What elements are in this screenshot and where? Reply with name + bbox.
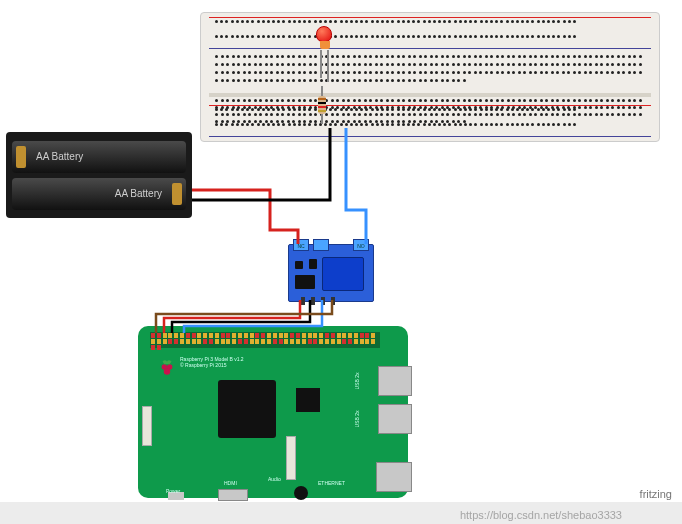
relay-pin-extra (331, 297, 335, 305)
raspberry-pi-3b: Raspberry Pi 3 Model B v1.2 © Raspberry … (138, 326, 408, 498)
pi-ethernet-port (376, 462, 412, 492)
battery-label: AA Battery (115, 188, 162, 199)
pi-label-power: Power (166, 488, 180, 494)
battery-holder-2xAA: AA Battery AA Battery (6, 132, 192, 218)
battery-label: AA Battery (36, 151, 83, 162)
relay-module: NC NO (288, 244, 374, 302)
battery-aa-2: AA Battery (12, 178, 186, 210)
svg-point-2 (164, 368, 170, 374)
raspberry-pi-logo-icon (158, 358, 176, 378)
pi-gpio-header (150, 332, 380, 348)
relay-terminal-nc: NC (293, 239, 309, 251)
wire-batt-pos-to-relay (192, 190, 298, 244)
battery-aa-1: AA Battery (12, 141, 186, 173)
pi-label-audio: Audio (268, 476, 281, 482)
watermark-url: https://blog.csdn.net/shebao3333 (460, 509, 622, 521)
relay-pin-vcc (301, 297, 305, 305)
led-red (316, 26, 334, 52)
relay-pin-in (321, 297, 325, 305)
pi-usb-port-2 (378, 404, 412, 434)
relay-terminal-com (313, 239, 329, 251)
relay-pin-gnd (311, 297, 315, 305)
pi-camera-connector (286, 436, 296, 480)
pi-hdmi-port (218, 489, 248, 501)
resistor (318, 90, 326, 120)
relay-coil-block (322, 257, 364, 291)
pi-usb-port-1 (378, 366, 412, 396)
credit-fritzing: fritzing (640, 488, 672, 500)
breadboard (200, 12, 660, 142)
pi-audio-jack (294, 486, 308, 500)
pi-display-connector (142, 406, 152, 446)
relay-terminal-no: NO (353, 239, 369, 251)
pi-label-eth: ETHERNET (318, 480, 345, 486)
pi-ram-chip (296, 388, 320, 412)
wire-relay-no-to-bb (346, 128, 366, 244)
pi-board-sub: © Raspberry Pi 2015 (180, 362, 244, 368)
pi-label-usb1: USB 2x (355, 373, 361, 390)
pi-soc-chip (218, 380, 276, 438)
pi-label-hdmi: HDMI (224, 480, 237, 486)
pi-label-usb2: USB 2x (355, 411, 361, 428)
